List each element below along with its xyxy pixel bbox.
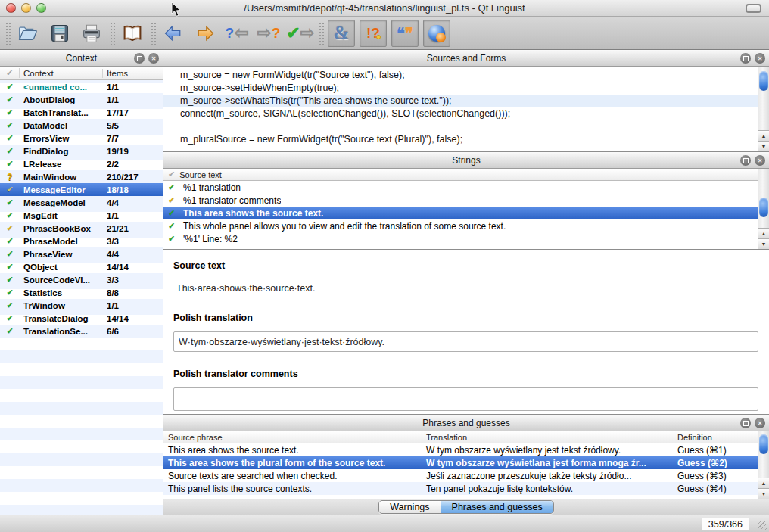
resize-grip[interactable] xyxy=(758,521,767,530)
context-row[interactable]: ✔Statistics8/8 xyxy=(0,286,163,299)
context-row[interactable]: ✔PhraseModel3/3 xyxy=(0,235,163,247)
context-row[interactable]: ✔QObject14/14 xyxy=(0,260,163,273)
phrase-row[interactable]: This panel lists the source contexts.Ten… xyxy=(163,482,758,495)
context-row[interactable]: ✔PhraseBookBox21/21 xyxy=(0,222,163,235)
check-icon: ✔ xyxy=(6,95,13,104)
scrollbar-thumb[interactable] xyxy=(759,71,768,91)
context-row[interactable]: ✔AboutDialog1/1 xyxy=(0,93,163,106)
context-row[interactable]: ✔<unnamed co...1/1 xyxy=(0,80,163,93)
scroll-up-button[interactable]: ▲ xyxy=(758,228,769,238)
float-panel-button[interactable] xyxy=(740,155,751,166)
polish-translator-comments-input[interactable] xyxy=(173,387,758,411)
scroll-down-button[interactable]: ▼ xyxy=(758,488,769,499)
scroll-up-button[interactable]: ▲ xyxy=(758,130,769,141)
close-panel-button[interactable]: ✕ xyxy=(755,155,765,166)
check-icon: ✔ xyxy=(6,185,13,194)
toolbar-toggle-button[interactable] xyxy=(746,4,761,13)
punctuation-button[interactable]: !? xyxy=(360,20,387,47)
items-column-label: Items xyxy=(103,69,163,78)
context-row[interactable]: ✔MsgEdit1/1 xyxy=(0,209,163,222)
context-row[interactable]: ✔DataModel5/5 xyxy=(0,119,163,132)
phrasebook-button[interactable] xyxy=(117,19,148,48)
print-icon xyxy=(79,22,104,45)
context-row[interactable]: ✔ErrorsView7/7 xyxy=(0,132,163,145)
forward-button[interactable] xyxy=(190,19,220,48)
string-row[interactable]: ✔%1 translation xyxy=(163,181,758,194)
string-row[interactable]: ✔This area shows the source text. xyxy=(163,207,758,219)
source-code-view[interactable]: m_source = new FormWidget(tr("Source tex… xyxy=(163,67,758,151)
strings-column-header[interactable]: ✔ Source text xyxy=(163,169,758,181)
strings-list[interactable]: ✔%1 translation✔%1 translator comments✔T… xyxy=(163,181,758,245)
phrase-definition: Guess (⌘1) xyxy=(674,445,758,456)
phrases-list[interactable]: This area shows the source text.W tym ob… xyxy=(163,443,758,495)
context-row[interactable]: ✔TrWindow1/1 xyxy=(0,299,163,312)
phrase-translation: W tym obszarze wyświetlana jest forma mn… xyxy=(422,458,674,468)
prev-unfinished-icon: ?⇨ xyxy=(226,24,249,42)
string-row[interactable]: ✔%1 translator comments xyxy=(163,194,758,207)
string-row[interactable]: ✔'%1' Line: %2 xyxy=(163,232,758,245)
float-panel-button[interactable] xyxy=(134,53,145,64)
back-button[interactable] xyxy=(158,19,188,48)
scroll-down-button[interactable]: ▼ xyxy=(758,141,769,151)
check-icon: ✔ xyxy=(6,326,13,335)
prev-unfinished-button[interactable]: ?⇨ xyxy=(222,19,252,48)
context-panel-header[interactable]: Context ✕ xyxy=(0,50,163,67)
done-and-next-button[interactable]: ✔⇨ xyxy=(285,19,316,48)
strings-scrollbar[interactable]: ▲ ▼ xyxy=(758,169,769,249)
polish-translation-input[interactable] xyxy=(173,331,758,352)
close-panel-button[interactable]: ✕ xyxy=(148,53,159,64)
context-row[interactable]: ✔FindDialog19/19 xyxy=(0,145,163,157)
check-icon: ✔ xyxy=(6,288,13,297)
open-button[interactable] xyxy=(13,19,43,48)
context-name: TranslateDialog xyxy=(20,314,103,323)
context-list[interactable]: ✔<unnamed co...1/1✔AboutDialog1/1✔BatchT… xyxy=(0,80,163,515)
phrases-scrollbar[interactable]: ▲ ▼ xyxy=(758,431,769,499)
titlebar[interactable]: /Users/msmith/depot/qt-45/translations/l… xyxy=(0,0,769,17)
check-icon: ✔ xyxy=(6,236,13,245)
tab-warnings[interactable]: Warnings xyxy=(379,501,441,513)
save-button[interactable] xyxy=(45,19,75,48)
scrollbar-thumb[interactable] xyxy=(759,434,768,454)
context-row[interactable]: ✔MessageModel4/4 xyxy=(0,196,163,209)
context-row[interactable]: ✔LRelease2/2 xyxy=(0,157,163,170)
place-markers-button[interactable] xyxy=(423,20,450,47)
accelerators-button[interactable]: & xyxy=(328,20,355,47)
close-icon: ✕ xyxy=(758,55,763,62)
context-items-count: 5/5 xyxy=(103,121,163,130)
context-row[interactable]: ?MainWindow210/217 xyxy=(0,170,163,183)
close-icon: ✕ xyxy=(758,157,763,164)
float-panel-button[interactable] xyxy=(740,418,751,428)
phrase-row[interactable]: Source texts are searched when checked.J… xyxy=(163,469,758,482)
panel-tabs: Warnings Phrases and guesses xyxy=(378,500,554,514)
context-items-count: 18/18 xyxy=(103,185,163,194)
scroll-down-button[interactable]: ▼ xyxy=(758,238,769,249)
close-panel-button[interactable]: ✕ xyxy=(755,53,765,64)
next-unfinished-button[interactable]: ⇨? xyxy=(254,19,284,48)
float-panel-button[interactable] xyxy=(740,53,751,64)
string-row[interactable]: ✔This whole panel allows you to view and… xyxy=(163,219,758,232)
phrase-row[interactable]: This area shows the source text.W tym ob… xyxy=(163,443,758,456)
context-row[interactable]: ✔MessageEditor18/18 xyxy=(0,183,163,196)
close-panel-button[interactable]: ✕ xyxy=(755,418,765,428)
context-name: PhraseView xyxy=(20,250,103,259)
scrollbar-thumb[interactable] xyxy=(759,198,768,217)
context-row[interactable]: ✔SourceCodeVi...3/3 xyxy=(0,273,163,286)
strings-panel-header[interactable]: Strings ✕ xyxy=(163,152,769,169)
context-column-header[interactable]: ✔ Context Items xyxy=(0,67,163,80)
context-row[interactable]: ✔PhraseView4/4 xyxy=(0,247,163,260)
phrase-row[interactable]: This area shows the plural form of the s… xyxy=(163,456,758,469)
tab-phrases-and-guesses[interactable]: Phrases and guesses xyxy=(441,501,553,513)
phrases-panel-header[interactable]: Phrases and guesses ✕ xyxy=(163,415,769,431)
context-row[interactable]: ✔TranslationSe...6/6 xyxy=(0,325,163,338)
phrase-definition: Guess (⌘4) xyxy=(674,484,758,494)
context-row[interactable]: ✔TranslateDialog14/14 xyxy=(0,312,163,325)
sources-panel-header[interactable]: Sources and Forms ✕ xyxy=(163,50,769,67)
context-name: MainWindow xyxy=(20,173,103,182)
check-icon: ✔ xyxy=(6,133,13,142)
phrases-column-header[interactable]: Source phrase Translation Definition xyxy=(163,431,758,443)
scroll-up-button[interactable]: ▲ xyxy=(758,478,769,488)
sources-scrollbar[interactable]: ▲ ▼ xyxy=(758,67,769,151)
phrase-matches-button[interactable]: ❝❞ xyxy=(391,20,419,47)
print-button[interactable] xyxy=(76,19,107,48)
context-row[interactable]: ✔BatchTranslat...17/17 xyxy=(0,106,163,119)
